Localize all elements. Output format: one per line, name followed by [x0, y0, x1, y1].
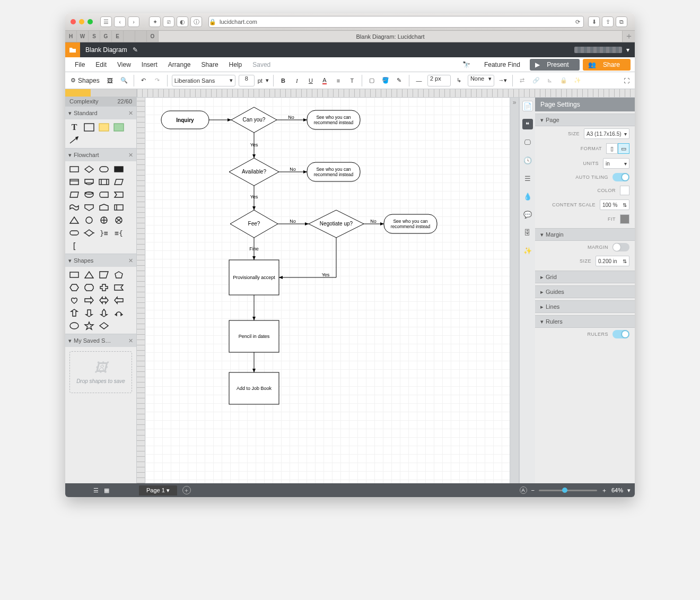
section-lines[interactable]: ▸ Lines — [535, 300, 635, 313]
node-negotiate[interactable]: Negotiate up? — [309, 210, 364, 238]
basic-shape[interactable] — [113, 295, 125, 305]
node-recommend-1[interactable]: See who you can recommend instead — [307, 110, 360, 129]
basic-shape[interactable] — [68, 283, 80, 292]
basic-shape[interactable] — [68, 321, 80, 331]
line-width-select[interactable]: 2 px — [427, 75, 451, 86]
present-button[interactable]: ▶ Present — [530, 59, 580, 71]
maximize-window-button[interactable] — [88, 19, 93, 24]
url-bar[interactable]: 🔒 lucidchart.com ⟳ — [208, 16, 584, 28]
flowchart-shape[interactable] — [68, 177, 80, 187]
square-shape[interactable] — [83, 123, 95, 132]
undo-button[interactable]: ↶ — [138, 75, 149, 86]
forward-button[interactable]: › — [128, 16, 139, 27]
tabs-button[interactable]: ⧉ — [616, 16, 627, 27]
favorite-tab[interactable]: O — [147, 31, 159, 42]
extension-button-1[interactable]: ✦ — [149, 16, 161, 27]
menu-file[interactable]: File — [69, 61, 90, 68]
basic-shape[interactable] — [113, 308, 125, 318]
favorite-tab[interactable]: H — [65, 31, 77, 42]
favorite-tab[interactable] — [124, 31, 135, 42]
page-tab-icon[interactable]: 📄 — [522, 101, 533, 111]
zoom-out-button[interactable]: − — [531, 487, 535, 493]
add-page-button[interactable]: ＋ — [182, 486, 191, 494]
basic-shape[interactable] — [98, 283, 110, 292]
basic-shape[interactable] — [83, 270, 95, 280]
basic-shape[interactable] — [83, 308, 95, 318]
font-size-input[interactable]: 8 — [239, 75, 255, 86]
node-pencil[interactable]: Pencil in dates — [229, 320, 279, 352]
node-can-you[interactable]: Can you? — [231, 107, 277, 133]
favorite-tab[interactable]: S — [89, 31, 100, 42]
account-name[interactable] — [574, 47, 622, 53]
wand-button[interactable]: ✨ — [572, 75, 583, 86]
connector[interactable] — [279, 238, 336, 277]
flowchart-shape[interactable] — [98, 177, 110, 187]
flowchart-shape[interactable] — [98, 215, 110, 225]
note-shape[interactable] — [98, 123, 110, 132]
basic-shape[interactable] — [98, 270, 110, 280]
flowchart-shape[interactable]: [ — [68, 241, 80, 250]
basic-shape[interactable] — [113, 283, 125, 292]
layers-tab-icon[interactable]: ☰ — [522, 173, 533, 184]
line-start-select[interactable]: None▾ — [468, 75, 494, 86]
right-panel-toggle[interactable]: » — [510, 98, 519, 483]
present-tab-icon[interactable]: 🖵 — [522, 137, 533, 147]
flowchart-shape[interactable] — [68, 215, 80, 225]
menu-edit[interactable]: Edit — [90, 61, 112, 68]
zoom-menu-chevron[interactable]: ▾ — [627, 487, 631, 494]
node-fee[interactable]: Fee? — [230, 210, 278, 238]
flowchart-shape[interactable]: }≡ — [98, 228, 110, 238]
align-button[interactable]: ≡ — [333, 75, 344, 86]
zoom-slider[interactable] — [539, 490, 597, 491]
zoom-value[interactable]: 64% — [611, 487, 623, 493]
saved-shapes-dropzone[interactable]: 🖼 Drop shapes to save — [69, 351, 132, 393]
basic-shape[interactable] — [68, 270, 80, 280]
content-scale-input[interactable]: 100 %⇅ — [600, 199, 629, 210]
downloads-button[interactable]: ⬇ — [588, 16, 600, 27]
flowchart-shape[interactable] — [98, 203, 110, 212]
favorite-tab[interactable]: G — [100, 31, 112, 42]
fit-button[interactable] — [620, 214, 629, 224]
basic-shape[interactable] — [113, 270, 125, 280]
flowchart-shape[interactable] — [113, 215, 125, 225]
block-shape[interactable] — [113, 123, 125, 132]
text-color-button[interactable]: A — [319, 75, 330, 86]
quote-tab-icon[interactable]: ❝ — [522, 119, 533, 129]
grid-view-icon[interactable]: ▦ — [104, 487, 109, 494]
basic-shape[interactable] — [98, 308, 110, 318]
group-header[interactable]: ▾ Flowchart✕ — [65, 149, 136, 161]
edit-title-icon[interactable]: ✎ — [133, 46, 138, 54]
flowchart-shape[interactable] — [113, 203, 125, 212]
back-button[interactable]: ‹ — [114, 16, 126, 27]
line-path-button[interactable]: ↳ — [454, 75, 465, 86]
basic-shape[interactable] — [98, 295, 110, 305]
flowchart-shape[interactable] — [113, 164, 125, 174]
favorite-tab[interactable] — [135, 31, 147, 42]
flowchart-shape[interactable] — [68, 228, 80, 238]
reload-icon[interactable]: ⟳ — [575, 19, 580, 25]
font-size-dropdown[interactable]: ▾ — [266, 77, 269, 84]
line-style-button[interactable]: ― — [414, 75, 424, 86]
shapes-button[interactable]: Shapes — [78, 77, 100, 84]
favorite-tab[interactable]: E — [112, 31, 124, 42]
basic-shape[interactable] — [83, 321, 95, 331]
node-accept[interactable]: Provisionally accept — [229, 260, 279, 295]
italic-button[interactable]: I — [292, 75, 302, 86]
page-tab[interactable]: Page 1 ▾ — [139, 485, 177, 495]
basic-shape[interactable] — [98, 321, 110, 331]
menu-insert[interactable]: Insert — [136, 61, 163, 68]
margin-size-input[interactable]: 0.200 in⇅ — [596, 256, 629, 266]
margin-toggle[interactable] — [612, 243, 629, 251]
flowchart-shape[interactable] — [113, 177, 125, 187]
fullscreen-button[interactable]: ⛶ — [621, 75, 632, 86]
node-recommend-2[interactable]: See who you can recommend instead — [307, 162, 360, 181]
portrait-button[interactable]: ▯ — [606, 143, 618, 154]
flowchart-shape[interactable] — [83, 177, 95, 187]
node-recommend-3[interactable]: See who you can recommend instead — [384, 214, 437, 233]
section-grid[interactable]: ▸ Grid — [535, 271, 635, 283]
flowchart-shape[interactable] — [98, 190, 110, 199]
text-shape[interactable]: T — [68, 123, 80, 132]
account-menu-chevron[interactable]: ▾ — [626, 46, 635, 54]
arrow-shape[interactable] — [68, 135, 80, 145]
menu-view[interactable]: View — [112, 61, 136, 68]
